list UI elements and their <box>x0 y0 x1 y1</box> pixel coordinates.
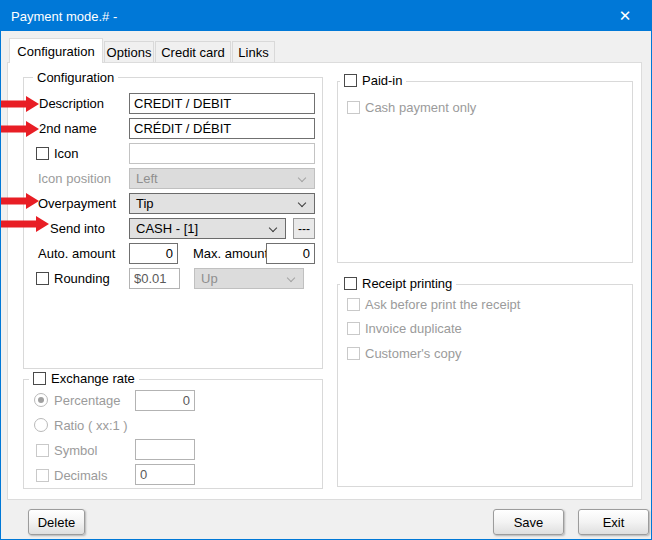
rounding-value-input <box>129 268 180 289</box>
auto-amount-label: Auto. amount <box>38 246 115 262</box>
exit-button[interactable]: Exit <box>578 509 649 535</box>
paid-in-group-legend: Paid-in <box>340 73 406 88</box>
icon-position-select: Left <box>129 168 315 189</box>
decimals-input <box>135 464 195 485</box>
paid-in-title: Paid-in <box>362 73 402 88</box>
symbol-checkbox <box>36 444 49 457</box>
paid-in-checkbox[interactable] <box>344 74 357 87</box>
description-input[interactable] <box>129 93 315 114</box>
chevron-down-icon <box>269 224 277 232</box>
chevron-down-icon <box>287 274 295 282</box>
description-label: Description <box>39 96 104 112</box>
send-into-label: Send into <box>50 221 105 237</box>
payment-mode-dialog: Payment mode.# - ✕ Configuration Options… <box>0 0 652 540</box>
percentage-input <box>135 390 195 411</box>
title-bar: Payment mode.# - ✕ <box>1 1 651 31</box>
tab-links[interactable]: Links <box>232 41 275 63</box>
decimals-checkbox <box>36 469 49 482</box>
configuration-group-legend: Configuration <box>33 70 118 85</box>
second-name-label: 2nd name <box>39 121 97 137</box>
icon-checkbox[interactable] <box>36 147 49 160</box>
window-title: Payment mode.# - <box>1 9 117 24</box>
decimals-label: Decimals <box>54 468 107 484</box>
symbol-label: Symbol <box>54 443 97 459</box>
icon-input[interactable] <box>129 143 315 164</box>
exchange-rate-checkbox[interactable] <box>33 372 46 385</box>
exchange-rate-title: Exchange rate <box>51 371 135 386</box>
max-amount-input[interactable] <box>266 243 315 264</box>
tab-credit-card-label: Credit card <box>161 45 225 60</box>
icon-label: Icon <box>54 146 79 162</box>
invoice-duplicate-label: Invoice duplicate <box>365 321 462 337</box>
exchange-rate-group-legend: Exchange rate <box>29 371 139 386</box>
configuration-group-title: Configuration <box>37 70 114 85</box>
tab-configuration-label: Configuration <box>17 44 94 59</box>
tab-links-label: Links <box>238 45 268 60</box>
customers-copy-checkbox <box>347 347 360 360</box>
receipt-printing-group <box>337 284 633 487</box>
receipt-printing-group-legend: Receipt printing <box>340 276 456 291</box>
overpayment-value: Tip <box>136 196 154 211</box>
chevron-down-icon <box>298 174 306 182</box>
auto-amount-input[interactable] <box>129 243 178 264</box>
delete-button[interactable]: Delete <box>28 509 85 535</box>
tab-credit-card[interactable]: Credit card <box>155 41 231 63</box>
exit-button-label: Exit <box>603 515 625 530</box>
receipt-printing-checkbox[interactable] <box>344 277 357 290</box>
receipt-printing-title: Receipt printing <box>362 276 452 291</box>
customers-copy-label: Customer's copy <box>365 346 461 362</box>
chevron-down-icon <box>298 199 306 207</box>
tab-configuration[interactable]: Configuration <box>9 38 103 63</box>
overpayment-select[interactable]: Tip <box>129 193 315 214</box>
save-button-label: Save <box>514 515 544 530</box>
close-icon[interactable]: ✕ <box>607 1 643 31</box>
ask-before-print-checkbox <box>347 298 360 311</box>
send-into-select[interactable]: CASH - [1] <box>129 218 286 239</box>
red-arrow-icon <box>1 95 39 113</box>
tab-options[interactable]: Options <box>104 41 154 63</box>
send-into-value: CASH - [1] <box>136 221 198 236</box>
red-arrow-icon <box>1 120 39 138</box>
icon-position-label: Icon position <box>38 171 111 187</box>
rounding-label: Rounding <box>54 271 110 287</box>
send-into-browse-button[interactable]: --- <box>293 218 315 239</box>
overpayment-label: Overpayment <box>38 196 116 212</box>
save-button[interactable]: Save <box>493 509 564 535</box>
percentage-radio <box>34 393 48 407</box>
delete-button-label: Delete <box>38 515 76 530</box>
ratio-radio <box>34 418 48 432</box>
tab-options-label: Options <box>107 45 152 60</box>
send-into-browse-label: --- <box>298 222 310 236</box>
rounding-direction-value: Up <box>201 271 218 286</box>
red-arrow-icon <box>1 192 39 210</box>
ask-before-print-label: Ask before print the receipt <box>365 297 520 313</box>
cash-payment-only-checkbox <box>347 101 360 114</box>
red-arrow-icon <box>1 215 49 233</box>
max-amount-label: Max. amount <box>193 246 268 262</box>
percentage-label: Percentage <box>54 393 121 409</box>
invoice-duplicate-checkbox <box>347 322 360 335</box>
icon-position-value: Left <box>136 171 158 186</box>
cash-payment-only-label: Cash payment only <box>365 100 476 116</box>
symbol-input <box>135 439 195 460</box>
rounding-direction-select: Up <box>194 268 304 289</box>
ratio-label: Ratio ( xx:1 ) <box>54 418 128 434</box>
rounding-checkbox[interactable] <box>36 272 49 285</box>
second-name-input[interactable] <box>129 118 315 139</box>
